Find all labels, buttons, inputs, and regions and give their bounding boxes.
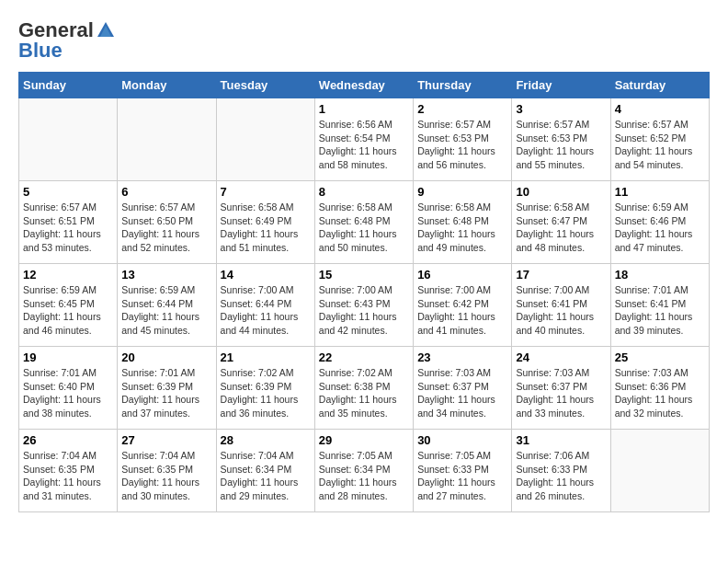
day-info: Sunrise: 7:05 AM Sunset: 6:34 PM Dayligh… [319,449,409,503]
day-info: Sunrise: 7:04 AM Sunset: 6:35 PM Dayligh… [23,449,113,503]
day-number: 11 [615,185,705,199]
calendar-cell: 11Sunrise: 6:59 AM Sunset: 6:46 PM Dayli… [610,181,709,264]
day-number: 23 [417,350,507,364]
day-number: 20 [121,350,211,364]
day-number: 2 [417,102,507,116]
day-number: 6 [121,185,211,199]
day-info: Sunrise: 6:58 AM Sunset: 6:48 PM Dayligh… [319,201,409,255]
calendar-cell: 8Sunrise: 6:58 AM Sunset: 6:48 PM Daylig… [314,181,413,264]
day-number: 12 [23,268,113,282]
weekday-header: Saturday [610,73,709,98]
day-number: 10 [516,185,606,199]
weekday-header: Friday [512,73,610,98]
calendar-cell: 28Sunrise: 7:04 AM Sunset: 6:34 PM Dayli… [216,430,314,512]
calendar-cell: 24Sunrise: 7:03 AM Sunset: 6:37 PM Dayli… [512,347,610,430]
weekday-header: Wednesday [314,73,413,98]
calendar-cell: 7Sunrise: 6:58 AM Sunset: 6:49 PM Daylig… [216,181,314,264]
day-number: 5 [23,185,113,199]
day-number: 13 [121,268,211,282]
day-info: Sunrise: 7:01 AM Sunset: 6:39 PM Dayligh… [121,366,211,420]
day-info: Sunrise: 6:57 AM Sunset: 6:51 PM Dayligh… [23,201,113,255]
day-info: Sunrise: 6:59 AM Sunset: 6:44 PM Dayligh… [121,283,211,338]
calendar-cell [19,98,118,181]
calendar-cell: 10Sunrise: 6:58 AM Sunset: 6:47 PM Dayli… [512,181,610,264]
calendar-cell: 1Sunrise: 6:56 AM Sunset: 6:54 PM Daylig… [314,98,413,181]
day-number: 8 [319,185,409,199]
day-number: 3 [516,102,606,116]
calendar-header-row: SundayMondayTuesdayWednesdayThursdayFrid… [19,73,710,98]
day-number: 16 [417,268,507,282]
day-info: Sunrise: 7:03 AM Sunset: 6:37 PM Dayligh… [417,366,507,420]
calendar-cell: 14Sunrise: 7:00 AM Sunset: 6:44 PM Dayli… [216,264,314,347]
day-info: Sunrise: 7:00 AM Sunset: 6:43 PM Dayligh… [319,283,409,338]
day-number: 19 [23,350,113,364]
calendar-cell: 31Sunrise: 7:06 AM Sunset: 6:33 PM Dayli… [512,430,610,512]
day-info: Sunrise: 7:01 AM Sunset: 6:41 PM Dayligh… [615,283,705,338]
calendar-cell: 3Sunrise: 6:57 AM Sunset: 6:53 PM Daylig… [512,98,610,181]
day-number: 17 [516,268,606,282]
day-info: Sunrise: 7:06 AM Sunset: 6:33 PM Dayligh… [516,449,606,503]
day-info: Sunrise: 6:58 AM Sunset: 6:49 PM Dayligh… [221,201,311,255]
calendar-cell: 23Sunrise: 7:03 AM Sunset: 6:37 PM Dayli… [414,347,512,430]
day-info: Sunrise: 7:04 AM Sunset: 6:34 PM Dayligh… [221,449,311,503]
weekday-header: Monday [118,73,216,98]
calendar-cell: 15Sunrise: 7:00 AM Sunset: 6:43 PM Dayli… [314,264,413,347]
calendar-week-row: 19Sunrise: 7:01 AM Sunset: 6:40 PM Dayli… [19,347,710,430]
weekday-header: Sunday [19,73,118,98]
calendar-cell: 18Sunrise: 7:01 AM Sunset: 6:41 PM Dayli… [610,264,709,347]
calendar-table: SundayMondayTuesdayWednesdayThursdayFrid… [18,72,710,512]
day-number: 26 [23,433,113,447]
calendar-cell [610,430,709,512]
day-info: Sunrise: 6:59 AM Sunset: 6:46 PM Dayligh… [615,201,705,255]
day-info: Sunrise: 6:57 AM Sunset: 6:53 PM Dayligh… [516,118,606,172]
day-number: 24 [516,350,606,364]
day-info: Sunrise: 6:57 AM Sunset: 6:52 PM Dayligh… [615,118,705,172]
day-number: 28 [221,433,311,447]
day-number: 18 [615,268,705,282]
day-number: 30 [417,433,507,447]
day-info: Sunrise: 7:03 AM Sunset: 6:36 PM Dayligh… [615,366,705,420]
calendar-cell: 12Sunrise: 6:59 AM Sunset: 6:45 PM Dayli… [19,264,118,347]
logo-blue-text: Blue [18,39,63,63]
day-info: Sunrise: 7:00 AM Sunset: 6:42 PM Dayligh… [417,283,507,338]
day-number: 25 [615,350,705,364]
calendar-cell: 25Sunrise: 7:03 AM Sunset: 6:36 PM Dayli… [610,347,709,430]
calendar-cell: 9Sunrise: 6:58 AM Sunset: 6:48 PM Daylig… [414,181,512,264]
day-info: Sunrise: 7:05 AM Sunset: 6:33 PM Dayligh… [417,449,507,503]
calendar-cell: 30Sunrise: 7:05 AM Sunset: 6:33 PM Dayli… [414,430,512,512]
day-info: Sunrise: 6:57 AM Sunset: 6:50 PM Dayligh… [121,201,211,255]
calendar-cell [216,98,314,181]
calendar-cell: 6Sunrise: 6:57 AM Sunset: 6:50 PM Daylig… [118,181,216,264]
day-info: Sunrise: 6:57 AM Sunset: 6:53 PM Dayligh… [417,118,507,172]
day-number: 7 [221,185,311,199]
calendar-cell: 22Sunrise: 7:02 AM Sunset: 6:38 PM Dayli… [314,347,413,430]
day-info: Sunrise: 7:01 AM Sunset: 6:40 PM Dayligh… [23,366,113,420]
day-number: 1 [319,102,409,116]
calendar-week-row: 5Sunrise: 6:57 AM Sunset: 6:51 PM Daylig… [19,181,710,264]
calendar-cell: 26Sunrise: 7:04 AM Sunset: 6:35 PM Dayli… [19,430,118,512]
day-number: 29 [319,433,409,447]
day-info: Sunrise: 6:59 AM Sunset: 6:45 PM Dayligh… [23,283,113,338]
calendar-cell: 13Sunrise: 6:59 AM Sunset: 6:44 PM Dayli… [118,264,216,347]
calendar-cell: 29Sunrise: 7:05 AM Sunset: 6:34 PM Dayli… [314,430,413,512]
day-number: 15 [319,268,409,282]
day-info: Sunrise: 7:04 AM Sunset: 6:35 PM Dayligh… [121,449,211,503]
day-info: Sunrise: 6:58 AM Sunset: 6:47 PM Dayligh… [516,201,606,255]
calendar-week-row: 12Sunrise: 6:59 AM Sunset: 6:45 PM Dayli… [19,264,710,347]
page-header: General Blue [18,18,710,63]
day-number: 4 [615,102,705,116]
day-info: Sunrise: 6:56 AM Sunset: 6:54 PM Dayligh… [319,118,409,172]
weekday-header: Tuesday [216,73,314,98]
logo: General Blue [18,18,116,63]
calendar-cell [118,98,216,181]
day-number: 14 [221,268,311,282]
calendar-cell: 5Sunrise: 6:57 AM Sunset: 6:51 PM Daylig… [19,181,118,264]
calendar-week-row: 1Sunrise: 6:56 AM Sunset: 6:54 PM Daylig… [19,98,710,181]
day-info: Sunrise: 7:03 AM Sunset: 6:37 PM Dayligh… [516,366,606,420]
day-info: Sunrise: 7:00 AM Sunset: 6:44 PM Dayligh… [221,283,311,338]
calendar-cell: 2Sunrise: 6:57 AM Sunset: 6:53 PM Daylig… [414,98,512,181]
day-info: Sunrise: 7:00 AM Sunset: 6:41 PM Dayligh… [516,283,606,338]
weekday-header: Thursday [414,73,512,98]
day-number: 21 [221,350,311,364]
calendar-cell: 16Sunrise: 7:00 AM Sunset: 6:42 PM Dayli… [414,264,512,347]
